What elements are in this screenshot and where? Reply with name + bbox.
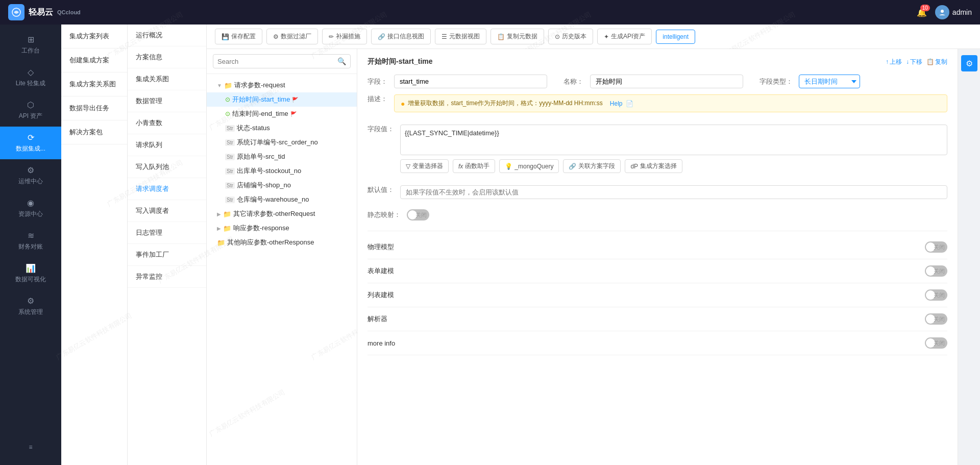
- related-field-icon: 🔗: [569, 163, 576, 170]
- copy-action[interactable]: 📋 复制: [926, 58, 947, 66]
- name-input[interactable]: [590, 75, 743, 88]
- field-value-row: 字段值： {{LAST_SYNC_TIME|datetime}} ▽ 变量选择器…: [368, 125, 947, 179]
- user-menu[interactable]: admin: [935, 5, 972, 19]
- func-helper-icon: fx: [458, 163, 463, 170]
- third-sidebar-write-debugger[interactable]: 写入调度者: [128, 200, 206, 222]
- history-button[interactable]: ⊙ 历史版本: [548, 29, 593, 44]
- main-layout: ⊞ 工作台 ◇ Lite 轻集成 ⬡ API 资产 ⟳ 数据集成... ⚙ 运维…: [0, 25, 980, 465]
- interface-view-button[interactable]: 🔗 接口信息视图: [371, 29, 431, 44]
- sidebar-label-api: API 资产: [19, 112, 43, 120]
- type-select[interactable]: 长日期时间 短日期 字符串 整数: [799, 75, 860, 88]
- var-selector-button[interactable]: ▽ 变量选择器: [400, 159, 449, 173]
- field-value-content: {{LAST_SYNC_TIME|datetime}}: [405, 129, 499, 137]
- third-sidebar-integration-graph[interactable]: 集成关系图: [128, 68, 206, 90]
- svg-point-1: [941, 10, 944, 13]
- expand-icon: ▼: [217, 83, 222, 88]
- tree-node-other-response[interactable]: 📁 其他响应参数-otherResponse: [207, 235, 357, 250]
- tree-node-response[interactable]: ▶ 📁 响应参数-response: [207, 221, 357, 235]
- intelligent-button[interactable]: intelligent: [656, 30, 695, 44]
- workbench-icon: ⊞: [28, 35, 34, 44]
- related-field-button[interactable]: 🔗 关联方案字段: [563, 159, 621, 173]
- up-icon: ↑: [886, 58, 889, 65]
- third-sidebar-write-queue[interactable]: 写入队列池: [128, 156, 206, 178]
- second-sidebar-package[interactable]: 解决方案包: [61, 120, 127, 144]
- copy-meta-icon: 📋: [497, 33, 505, 40]
- default-value-row: 默认值：: [368, 185, 947, 199]
- third-sidebar-request-queue[interactable]: 请求队列: [128, 134, 206, 156]
- resources-icon: ◉: [27, 198, 34, 208]
- third-sidebar: 运行概况 方案信息 集成关系图 数据管理 小青查数 请求队列 写入队列池 请求调…: [128, 25, 207, 465]
- data-filter-label: 数据过滤厂: [281, 32, 311, 41]
- third-sidebar-overview[interactable]: 运行概况: [128, 25, 206, 46]
- save-config-button[interactable]: 💾 保存配置: [215, 29, 262, 44]
- field-value-editor[interactable]: {{LAST_SYNC_TIME|datetime}}: [400, 125, 947, 155]
- parser-toggle-text: 关闭: [934, 315, 945, 323]
- second-sidebar-create[interactable]: 创建集成方案: [61, 48, 127, 72]
- second-sidebar-solution-list[interactable]: 集成方案列表: [61, 25, 127, 48]
- sidebar-item-data-integration[interactable]: ⟳ 数据集成...: [0, 127, 61, 159]
- tree-label-src-order-no: 系统订单编号-src_order_no: [237, 138, 318, 147]
- tree-node-src-order-no[interactable]: Str 系统订单编号-src_order_no: [207, 135, 357, 150]
- third-sidebar-solution-info[interactable]: 方案信息: [128, 46, 206, 68]
- func-helper-button[interactable]: fx 函数助手: [453, 159, 495, 173]
- default-value-input[interactable]: [400, 185, 947, 199]
- gear-button[interactable]: ⚙: [961, 55, 977, 71]
- tree-node-end-time[interactable]: ⊙ 结束时间-end_time 🚩: [207, 107, 357, 121]
- notification-button[interactable]: 🔔 10: [917, 8, 927, 17]
- solution-select-button[interactable]: dP 集成方案选择: [625, 159, 682, 173]
- sidebar-label-data-integration: 数据集成...: [16, 144, 45, 153]
- static-map-toggle[interactable]: 关闭: [407, 209, 429, 221]
- third-sidebar-log-management[interactable]: 日志管理: [128, 222, 206, 244]
- second-sidebar-export[interactable]: 数据导出任务: [61, 96, 127, 120]
- tree-node-status[interactable]: Str 状态-status: [207, 121, 357, 135]
- third-sidebar-small-query[interactable]: 小青查数: [128, 112, 206, 134]
- second-sidebar-graph[interactable]: 集成方案关系图: [61, 72, 127, 96]
- third-sidebar-request-debugger[interactable]: 请求调度者: [128, 178, 206, 200]
- sidebar-item-ops[interactable]: ⚙ 运维中心: [0, 159, 61, 192]
- meta-view-button[interactable]: ☰ 元数据视图: [435, 29, 486, 44]
- sidebar-label-lite: Lite 轻集成: [16, 79, 46, 88]
- sidebar-item-api[interactable]: ⬡ API 资产: [0, 94, 61, 127]
- sidebar-item-workbench[interactable]: ⊞ 工作台: [0, 29, 61, 61]
- info-dot: ●: [401, 100, 405, 108]
- physical-model-toggle[interactable]: 关闭: [925, 241, 947, 253]
- tree-node-request-root[interactable]: ▼ 📁 请求参数-request: [207, 78, 357, 92]
- sidebar-item-lite[interactable]: ◇ Lite 轻集成: [0, 61, 61, 94]
- supplement-button[interactable]: ✏ 补漏措施: [322, 29, 367, 44]
- more-info-toggle[interactable]: 关闭: [925, 337, 947, 349]
- third-sidebar-event-factory[interactable]: 事件加工厂: [128, 244, 206, 266]
- field-input[interactable]: [394, 75, 547, 88]
- third-sidebar-data-management[interactable]: 数据管理: [128, 90, 206, 112]
- data-filter-button[interactable]: ⚙ 数据过滤厂: [266, 29, 318, 44]
- api-icon: ⬡: [27, 100, 34, 110]
- sidebar-item-resources[interactable]: ◉ 资源中心: [0, 192, 61, 225]
- parser-toggle[interactable]: 关闭: [925, 313, 947, 325]
- sidebar-item-system[interactable]: ⚙ 系统管理: [0, 290, 61, 323]
- mongo-query-button[interactable]: 💡 _mongoQuery: [499, 159, 559, 173]
- tree-label-request-root: 请求参数-request: [234, 81, 285, 90]
- help-link[interactable]: Help: [610, 100, 623, 107]
- form-model-row: 表单建模 关闭: [368, 259, 947, 283]
- up-action[interactable]: ↑ 上移: [886, 58, 902, 66]
- tree-node-warehouse-no[interactable]: Str 仓库编号-warehouse_no: [207, 192, 357, 207]
- search-input-wrap[interactable]: 🔍: [213, 54, 351, 68]
- tree-node-shop-no[interactable]: Str 店铺编号-shop_no: [207, 178, 357, 192]
- list-model-toggle[interactable]: 关闭: [925, 289, 947, 301]
- tree-node-other-request[interactable]: ▶ 📁 其它请求参数-otherRequest: [207, 207, 357, 221]
- sidebar-menu-toggle[interactable]: ≡: [0, 437, 61, 457]
- gen-api-button[interactable]: ✦ 生成API资产: [597, 29, 652, 44]
- folder-icon-other-response: 📁: [217, 239, 225, 247]
- third-sidebar-exception-monitor[interactable]: 异常监控: [128, 266, 206, 288]
- func-helper-label: 函数助手: [465, 162, 489, 170]
- info-box: ● 增量获取数据，start_time作为开始时间，格式：yyyy-MM-dd …: [394, 94, 947, 112]
- sidebar-item-visualization[interactable]: 📊 数据可视化: [0, 257, 61, 290]
- form-model-toggle[interactable]: 关闭: [925, 265, 947, 277]
- tree-node-start-time[interactable]: ⊙ 开始时间-start_time 🚩: [207, 92, 357, 107]
- detail-header: 开始时间-start_time ↑ 上移 ↓ 下移 📋 复制: [368, 57, 947, 66]
- copy-meta-button[interactable]: 📋 复制元数据: [491, 29, 544, 44]
- sidebar-item-finance[interactable]: ≋ 财务对账: [0, 225, 61, 257]
- tree-node-stockout-no[interactable]: Str 出库单号-stockout_no: [207, 164, 357, 178]
- search-input[interactable]: [217, 58, 337, 65]
- tree-node-src-tid[interactable]: Str 原始单号-src_tid: [207, 150, 357, 164]
- down-action[interactable]: ↓ 下移: [906, 58, 922, 66]
